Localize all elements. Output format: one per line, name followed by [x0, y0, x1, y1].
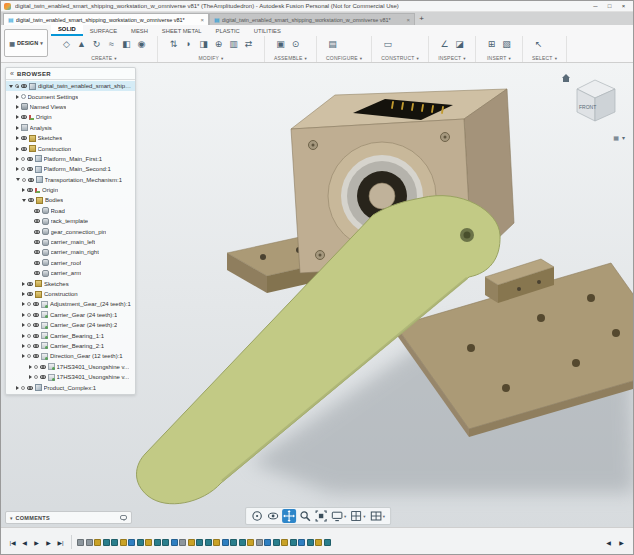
- activate-component-radio[interactable]: [34, 365, 38, 369]
- tree-item[interactable]: Construction: [6, 143, 135, 153]
- decal-icon[interactable]: ▧: [500, 37, 513, 50]
- tree-item[interactable]: carrier_main_right: [6, 247, 135, 257]
- activate-component-radio[interactable]: [27, 344, 31, 348]
- grid-display-icon[interactable]: ▾: [349, 509, 366, 523]
- timeline-feature-icon[interactable]: [188, 539, 195, 546]
- tree-item[interactable]: Direction_Gear (12 teeth):1: [6, 351, 135, 361]
- timeline-feature-icon[interactable]: [86, 539, 93, 546]
- tree-item[interactable]: Product_Complex:1: [6, 382, 135, 392]
- tree-item[interactable]: rack_template: [6, 216, 135, 226]
- visibility-eye-icon[interactable]: [28, 178, 34, 182]
- visibility-eye-icon[interactable]: [34, 219, 40, 223]
- measure-icon[interactable]: ∠: [438, 37, 451, 50]
- tree-item[interactable]: Carrier_Gear (24 teeth):2: [6, 320, 135, 330]
- split-body-icon[interactable]: ▥: [227, 37, 240, 50]
- tree-item[interactable]: Carrier_Gear (24 teeth):1: [6, 310, 135, 320]
- close-tab-icon[interactable]: ×: [406, 17, 410, 23]
- document-tab[interactable]: ▤digital_twin_enabled_smart_shipping_wor…: [209, 13, 415, 25]
- activate-component-radio[interactable]: [27, 334, 31, 338]
- caret-icon[interactable]: [16, 136, 19, 140]
- pan-icon[interactable]: [282, 509, 296, 523]
- timeline-feature-icon[interactable]: [264, 539, 271, 546]
- press-pull-icon[interactable]: ⇅: [167, 37, 180, 50]
- timeline-feature-icon[interactable]: [77, 539, 84, 546]
- timeline-feature-icon[interactable]: [145, 539, 152, 546]
- ribbon-tab-plastic[interactable]: PLASTIC: [209, 27, 247, 36]
- combine-icon[interactable]: ⊕: [212, 37, 225, 50]
- fillet-icon[interactable]: ◗: [182, 37, 195, 50]
- tree-item[interactable]: Named Views: [6, 102, 135, 112]
- sweep-icon[interactable]: ≈: [105, 37, 118, 50]
- caret-icon[interactable]: [16, 178, 20, 181]
- activate-component-radio[interactable]: [27, 313, 31, 317]
- visibility-eye-icon[interactable]: [34, 261, 40, 265]
- caret-icon[interactable]: [22, 344, 25, 348]
- ribbon-group-label[interactable]: INSPECT▾: [438, 55, 466, 61]
- tree-item[interactable]: carrier_roof: [6, 258, 135, 268]
- visibility-eye-icon[interactable]: [27, 386, 33, 390]
- tree-item[interactable]: carrier_main_left: [6, 237, 135, 247]
- viewcube[interactable]: FRONT ▦ ▾: [561, 71, 627, 141]
- viewports-icon[interactable]: ▾: [369, 509, 386, 523]
- timeline-feature-icon[interactable]: [256, 539, 263, 546]
- activate-component-radio[interactable]: [15, 84, 19, 88]
- visibility-eye-icon[interactable]: [40, 365, 46, 369]
- timeline-feature-icon[interactable]: [281, 539, 288, 546]
- tree-item[interactable]: Carrier_Bearing_2:1: [6, 341, 135, 351]
- caret-icon[interactable]: [22, 282, 25, 286]
- visibility-eye-icon[interactable]: [34, 209, 40, 213]
- revolve-icon[interactable]: ↻: [90, 37, 103, 50]
- tree-item[interactable]: Platform_Main_First:1: [6, 154, 135, 164]
- configure-icon[interactable]: ▤: [326, 37, 339, 50]
- extrude-icon[interactable]: ▲: [75, 37, 88, 50]
- timeline-feature-icon[interactable]: [196, 539, 203, 546]
- tree-item[interactable]: Adjustment_Gear_(24 teeth):1: [6, 299, 135, 309]
- loft-icon[interactable]: ◧: [120, 37, 133, 50]
- timeline-feature-icon[interactable]: [94, 539, 101, 546]
- caret-icon[interactable]: [16, 95, 19, 99]
- ribbon-group-label[interactable]: SELECT▾: [532, 55, 557, 61]
- tree-item[interactable]: Origin: [6, 185, 135, 195]
- timeline-feature-icon[interactable]: [120, 539, 127, 546]
- go-to-start-button[interactable]: |◀: [7, 536, 18, 548]
- ribbon-tab-solid[interactable]: SOLID: [51, 25, 83, 36]
- activate-component-radio[interactable]: [27, 354, 31, 358]
- tree-item[interactable]: Sketches: [6, 133, 135, 143]
- ribbon-tab-sheet-metal[interactable]: SHEET METAL: [155, 27, 209, 36]
- ribbon-tab-surface[interactable]: SURFACE: [83, 27, 124, 36]
- activate-component-radio[interactable]: [21, 167, 25, 171]
- tree-item[interactable]: Sketches: [6, 278, 135, 288]
- close-tab-icon[interactable]: ×: [200, 17, 204, 23]
- activate-component-radio[interactable]: [22, 178, 26, 182]
- caret-icon[interactable]: [29, 365, 32, 369]
- zoom-icon[interactable]: [298, 509, 312, 523]
- timeline-feature-icon[interactable]: [273, 539, 280, 546]
- caret-icon[interactable]: [16, 115, 19, 119]
- visibility-eye-icon[interactable]: [27, 157, 33, 161]
- visibility-eye-icon[interactable]: [34, 230, 40, 234]
- visibility-eye-icon[interactable]: [33, 323, 39, 327]
- timeline-feature-icon[interactable]: [324, 539, 331, 546]
- visibility-eye-icon[interactable]: [28, 198, 34, 202]
- caret-icon[interactable]: [9, 85, 13, 88]
- timeline-feature-icon[interactable]: [111, 539, 118, 546]
- caret-icon[interactable]: [22, 292, 25, 296]
- visibility-eye-icon[interactable]: [33, 302, 39, 306]
- tree-item[interactable]: Document Settings: [6, 91, 135, 101]
- maximize-button[interactable]: □: [603, 2, 616, 11]
- tree-item[interactable]: Road: [6, 206, 135, 216]
- caret-icon[interactable]: [22, 323, 25, 327]
- display-settings-icon[interactable]: ▾: [330, 509, 347, 523]
- ribbon-tab-utilities[interactable]: UTILITIES: [247, 27, 288, 36]
- visibility-eye-icon[interactable]: [33, 354, 39, 358]
- viewcube-grid-icon[interactable]: ▦: [613, 134, 619, 141]
- section-analysis-icon[interactable]: ◪: [453, 37, 466, 50]
- visibility-eye-icon[interactable]: [34, 240, 40, 244]
- visibility-eye-icon[interactable]: [27, 167, 33, 171]
- caret-icon[interactable]: [22, 354, 25, 358]
- ribbon-group-label[interactable]: ASSEMBLE▾: [274, 55, 307, 61]
- timeline-feature-icon[interactable]: [128, 539, 135, 546]
- fit-icon[interactable]: [314, 509, 328, 523]
- timeline-scroll-left-button[interactable]: ◀: [603, 536, 614, 548]
- document-tab[interactable]: ▤digital_twin_enabled_smart_shipping_wor…: [3, 13, 209, 25]
